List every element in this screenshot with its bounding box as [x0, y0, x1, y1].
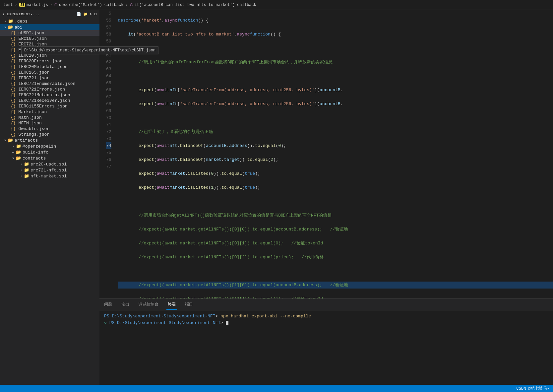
- tree-item-openzeppelin[interactable]: › 📁 @openzeppelin: [0, 143, 99, 149]
- tree-item-ierc721err[interactable]: {} IERC721Errors.json: [0, 87, 99, 92]
- chevron-icon: ›: [19, 174, 24, 178]
- code-line-66: expect(await market.isListed(0)).to.equa…: [118, 170, 553, 177]
- breadcrumb-it[interactable]: it('accountB can list two nfts to market…: [135, 3, 256, 7]
- tree-item-buildinfo[interactable]: — 📂 build-info: [0, 149, 99, 155]
- tree-label: Ownable.json: [19, 126, 50, 131]
- tree-label: IERC20Metadata.json: [19, 64, 68, 69]
- tree-item-nftmarket[interactable]: › 📁 nft-market.sol: [0, 173, 99, 179]
- tree-label: .deps: [15, 19, 28, 24]
- json-icon: {}: [11, 93, 16, 98]
- tree-item-ownable[interactable]: {} Ownable.json: [0, 126, 99, 132]
- folder-icon: 📂: [16, 150, 21, 155]
- breadcrumb-describe[interactable]: describe('Market') callback: [59, 3, 123, 7]
- tab-debug-console[interactable]: 调试控制台: [137, 299, 160, 310]
- json-icon: {}: [11, 109, 16, 114]
- breadcrumb-file[interactable]: market.js: [27, 3, 48, 7]
- terminal-line-1: PS D:\Study\experiment-Study\experiment-…: [104, 313, 548, 320]
- tree-item-abi[interactable]: ∨ 📂 abi: [0, 24, 99, 30]
- tab-problems[interactable]: 问题: [103, 299, 113, 310]
- breadcrumb: test › JS market.js › ⬡ describe('Market…: [0, 0, 553, 10]
- code-line-65: expect(await nft.balanceOf(market.target…: [118, 156, 553, 163]
- tree-label: Strings.json: [19, 132, 50, 137]
- tree-item-ierc721[interactable]: {} IERC721.json: [0, 75, 99, 81]
- json-icon: {}: [11, 98, 16, 103]
- tree-item-deps[interactable]: › 📁 .deps: [0, 18, 99, 24]
- tree-item-erc721nft[interactable]: › 📁 erc721-nft.sol: [0, 167, 99, 173]
- terminal-content: PS D:\Study\experiment-Study\experiment-…: [99, 310, 553, 385]
- code-line-71: //expect((await market.getAllNFTs())[0][…: [118, 240, 553, 247]
- code-line-72: //expect((await market.getAllNFTs())[0][…: [118, 254, 553, 261]
- json-icon: {}: [11, 121, 16, 126]
- code-line-73: [118, 268, 553, 275]
- tree-label: ERC721.json: [19, 42, 47, 47]
- code-line-55: it('accountB can list two nfts to market…: [118, 31, 553, 38]
- terminal-area: 问题 输出 调试控制台 终端 端口 PS D:\Study\experiment…: [99, 298, 553, 385]
- tab-terminal[interactable]: 终端: [166, 299, 177, 310]
- folder-icon: 📂: [8, 138, 13, 143]
- tree-label: Market.json: [19, 109, 47, 114]
- tree-label: IERC20Errors.json: [19, 59, 63, 64]
- tree-label: Math.json: [19, 115, 42, 120]
- tree-label: IERC721Errors.json: [19, 87, 65, 92]
- tree-label: IERC721Receiver.json: [19, 98, 70, 103]
- code-content[interactable]: describe('Market', async function () { i…: [115, 10, 553, 298]
- brand-label: CSDN @酷七敲吗~: [517, 386, 549, 391]
- chevron-icon: —: [11, 151, 16, 154]
- sidebar: ∨ EXPERIMENT-... 📄 📁 ↻ ⊟ › 📁 .deps ∨ 📂: [0, 10, 99, 385]
- code-line-69: //调用市场合约的getAllNFTs()函数验证该数组的对应位置的值是否与B账…: [118, 212, 553, 219]
- tab-output[interactable]: 输出: [120, 299, 131, 310]
- code-line-5: describe('Market', async function () {: [118, 17, 553, 24]
- json-icon: {}: [11, 31, 16, 35]
- tree-item-strings[interactable]: {} Strings.json: [0, 132, 99, 137]
- new-file-icon[interactable]: 📄: [77, 12, 82, 16]
- breadcrumb-test[interactable]: test: [3, 3, 13, 7]
- tree-item-ierc721meta[interactable]: {} IERC721Metadata.json: [0, 92, 99, 98]
- tree-label: erc721-nft.sol: [31, 168, 67, 173]
- folder-icon: 📁: [24, 167, 29, 173]
- code-scroll[interactable]: 5 55 57 58 59 60 61 62 63 64 65 66 67 68…: [99, 10, 553, 298]
- folder-icon: 📁: [8, 19, 13, 24]
- json-icon: {}: [11, 126, 16, 131]
- tree-item-ierc20err[interactable]: {} IERC20Errors.json: [0, 58, 99, 64]
- tooltip-text: D:\Study\experiment-Study\experiment-NFT…: [24, 48, 99, 53]
- tree-item-math[interactable]: {} Math.json: [0, 115, 99, 120]
- tab-port[interactable]: 端口: [184, 299, 194, 310]
- tree-label: NFTM.json: [19, 121, 42, 126]
- tree-item-cusdt[interactable]: {} cUSDT.json: [0, 30, 99, 36]
- tree-label: artifacts: [15, 138, 38, 143]
- json-icon: {}: [11, 132, 16, 137]
- tree-label: IERC721Enumerable.json: [19, 81, 76, 86]
- refresh-icon[interactable]: ↻: [90, 12, 92, 16]
- json-icon: {}: [11, 81, 16, 86]
- tree-item-nftm[interactable]: {} NFTM.json: [0, 120, 99, 126]
- tree-label: contracts: [23, 156, 46, 161]
- json-icon: {}: [11, 53, 16, 58]
- chevron-icon: ›: [11, 145, 16, 148]
- chevron-icon: ›: [19, 168, 24, 172]
- tree-item-ierc721enum[interactable]: {} IERC721Enumerable.json: [0, 81, 99, 87]
- sidebar-title: EXPERIMENT-...: [7, 12, 40, 16]
- tooltip-popup: D:\Study\experiment-Study\experiment-NFT…: [21, 46, 99, 54]
- tree-item-artifacts[interactable]: ∨ 📂 artifacts: [0, 137, 99, 143]
- new-folder-icon[interactable]: 📁: [83, 12, 88, 16]
- collapse-icon[interactable]: ⊟: [94, 12, 97, 16]
- tree-item-ierc165[interactable]: {} IERC165.json: [0, 70, 99, 75]
- tree-item-erc165[interactable]: {} ERC165.json: [0, 36, 99, 41]
- tree-item-ierc1155[interactable]: {} IERC1155Errors.json: [0, 103, 99, 109]
- terminal-line-2: ○ PS D:\Study\experiment-Study\experimen…: [104, 320, 548, 326]
- tree-item-contracts[interactable]: ∨ 📂 contracts: [0, 155, 99, 161]
- code-line-74: //expect((await market.getAllNFTs())[1][…: [118, 282, 553, 289]
- json-icon: {}: [11, 87, 16, 92]
- tree-item-ierc721recv[interactable]: {} IERC721Receiver.json: [0, 98, 99, 103]
- code-line-58: //调用nft合约的safeTransferFrom函数将B账户的两个NFT上架…: [118, 59, 553, 66]
- code-line-67: expect(await market.isListed(1)).to.equa…: [118, 184, 553, 191]
- tree-item-ierc20meta[interactable]: {} IERC20Metadata.json: [0, 64, 99, 70]
- chevron-icon: ∨: [3, 138, 8, 142]
- tree-item-erc20usdt[interactable]: › 📁 erc20-usdt.sol: [0, 161, 99, 167]
- code-line-70: //expect((await market.getAllNFTs())[0][…: [118, 226, 553, 233]
- tree-item-market[interactable]: {} Market.json: [0, 109, 99, 115]
- folder-icon: 📂: [8, 25, 13, 30]
- tree-label: IERC721Metadata.json: [19, 93, 70, 98]
- tree-label: cUSDT.json: [19, 31, 44, 35]
- code-line-63: //已经上架了，查看他的余额是否正确: [118, 128, 553, 135]
